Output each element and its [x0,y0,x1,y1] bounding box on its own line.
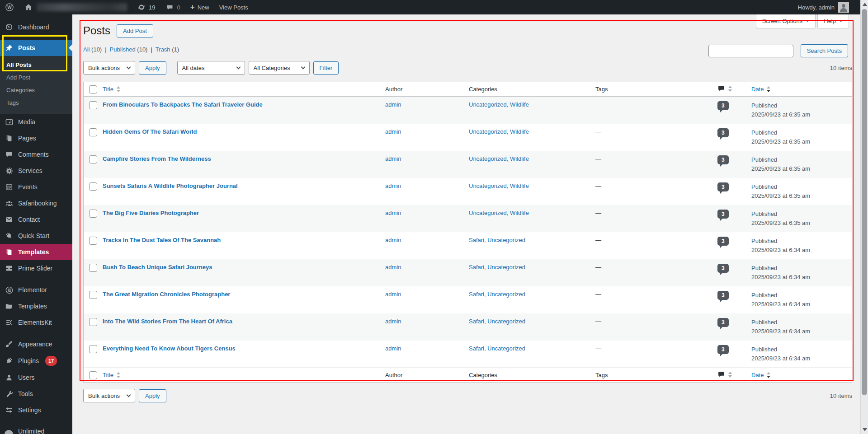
post-title-link[interactable]: Hidden Gems Of The Safari World [103,128,197,135]
row-checkbox[interactable] [89,182,97,191]
row-checkbox[interactable] [89,210,97,218]
comment-count-bubble[interactable]: 3 [717,237,729,246]
help-button[interactable]: Help [817,14,849,28]
sort-date-header[interactable]: Date [751,86,770,93]
row-checkbox[interactable] [89,128,97,136]
categories-link[interactable]: Safari, Uncategorized [469,345,525,352]
my-account-button[interactable]: Howdy, admin [798,0,868,14]
author-link[interactable]: admin [385,101,401,108]
categories-link[interactable]: Safari, Uncategorized [469,318,525,325]
sidebar-item-appearance[interactable]: Appearance [0,336,72,352]
sidebar-item-comments[interactable]: Comments [0,146,72,163]
sidebar-item-posts[interactable]: Posts [0,40,72,56]
search-posts-button[interactable]: Search Posts [801,44,848,57]
author-link[interactable]: admin [385,264,401,271]
categories-select[interactable]: All Categories [249,61,310,75]
sort-title-header[interactable]: Title [103,86,120,93]
author-link[interactable]: admin [385,291,401,298]
author-link[interactable]: admin [385,128,401,135]
sidebar-item-plugins[interactable]: Plugins 17 [0,352,72,369]
view-posts-button[interactable]: View Posts [214,0,253,14]
sidebar-item-templates[interactable]: Templates [0,244,72,260]
categories-link[interactable]: Safari, Uncategorized [469,264,525,271]
author-link[interactable]: admin [385,345,401,352]
post-title-link[interactable]: The Big Five Diaries Photographer [103,210,199,216]
row-checkbox[interactable] [89,345,97,353]
post-title-link[interactable]: Tracks In The Dust Tales Of The Savannah [103,237,221,243]
sidebar-item-services[interactable]: Services [0,163,72,179]
sort-date-header[interactable]: Date [751,372,770,378]
add-post-button[interactable]: Add Post [117,24,153,37]
apply-button[interactable]: Apply [139,61,166,75]
comment-count-bubble[interactable]: 3 [717,101,729,110]
sort-comments-header[interactable] [717,371,732,378]
submenu-item-add-post[interactable]: Add Post [0,71,72,84]
post-title-link[interactable]: From Binoculars To Backpacks The Safari … [103,101,263,108]
scrollbar[interactable] [860,0,868,434]
author-link[interactable]: admin [385,237,401,243]
apply-button[interactable]: Apply [139,389,166,402]
submenu-item-categories[interactable]: Categories [0,84,72,97]
site-name-link[interactable] [19,0,132,14]
row-checkbox[interactable] [89,264,97,272]
wordpress-logo-button[interactable]: W [0,0,19,14]
post-title-link[interactable]: Campfire Stories From The Wilderness [103,155,211,162]
categories-link[interactable]: Safari, Uncategorized [469,291,525,298]
comment-count-bubble[interactable]: 3 [717,345,729,354]
submenu-item-all-posts[interactable]: All Posts [0,59,72,71]
row-checkbox[interactable] [89,237,97,245]
row-checkbox[interactable] [89,318,97,326]
sidebar-item-quick-start[interactable]: Quick Start [0,228,72,244]
filter-button[interactable]: Filter [313,61,339,75]
comments-button[interactable]: 0 [160,0,185,14]
search-input[interactable] [708,45,793,57]
sidebar-item-contact[interactable]: Contact [0,211,72,228]
updates-button[interactable]: 19 [132,0,160,14]
sidebar-item-tools[interactable]: Tools [0,386,72,402]
categories-link[interactable]: Safari, Uncategorized [469,237,525,243]
scroll-up-arrow-icon[interactable] [863,3,867,6]
sidebar-item-prime-slider[interactable]: Prime Slider [0,260,72,276]
sidebar-item-settings[interactable]: Settings [0,402,72,418]
filter-link-all[interactable]: All (10) [83,46,102,53]
sort-title-header[interactable]: Title [103,372,120,378]
comment-count-bubble[interactable]: 3 [717,264,729,273]
sort-comments-header[interactable] [717,85,732,93]
comment-count-bubble[interactable]: 3 [717,182,729,191]
sidebar-item-media[interactable]: Media [0,114,72,130]
sidebar-item-pages[interactable]: Pages [0,130,72,146]
author-link[interactable]: admin [385,318,401,325]
comment-count-bubble[interactable]: 3 [717,210,729,219]
select-all-checkbox[interactable] [89,371,97,379]
sidebar-item-users[interactable]: Users [0,369,72,386]
comment-count-bubble[interactable]: 3 [717,318,729,327]
post-title-link[interactable]: Everything Need To Know About Tigers Cen… [103,345,236,352]
categories-link[interactable]: Uncategorized, Wildlife [469,128,529,135]
screen-options-button[interactable]: Screen Options [756,14,816,28]
categories-link[interactable]: Uncategorized, Wildlife [469,210,529,216]
sidebar-item-events[interactable]: Events [0,179,72,195]
bulk-actions-select[interactable]: Bulk actions [83,61,135,75]
post-title-link[interactable]: Bush To Beach Unique Safari Journeys [103,264,212,271]
row-checkbox[interactable] [89,155,97,163]
sidebar-item-dashboard[interactable]: Dashboard [0,19,72,35]
sidebar-item-elementskit[interactable]: ElementsKit [0,314,72,331]
post-title-link[interactable]: Into The Wild Stories From The Heart Of … [103,318,232,325]
post-title-link[interactable]: The Great Migration Chronicles Photograp… [103,291,230,298]
scroll-down-arrow-icon[interactable] [863,428,867,431]
author-link[interactable]: admin [385,155,401,162]
row-checkbox[interactable] [89,101,97,109]
post-title-link[interactable]: Sunsets Safaris A Wildlife Photographer … [103,182,238,189]
row-checkbox[interactable] [89,291,97,299]
sidebar-item-elementor[interactable]: Elementor [0,282,72,298]
categories-link[interactable]: Uncategorized, Wildlife [469,182,529,189]
bulk-actions-select[interactable]: Bulk actions [83,389,135,402]
sidebar-item-safaribooking[interactable]: Safaribooking [0,195,72,211]
new-button[interactable]: + New [185,0,214,14]
scrollbar-thumb[interactable] [862,9,867,395]
comment-count-bubble[interactable]: 3 [717,291,729,300]
sidebar-item-elementor-templates[interactable]: Templates [0,298,72,314]
author-link[interactable]: admin [385,210,401,216]
filter-link-published[interactable]: Published (10) [110,46,148,53]
comment-count-bubble[interactable]: 3 [717,155,729,164]
